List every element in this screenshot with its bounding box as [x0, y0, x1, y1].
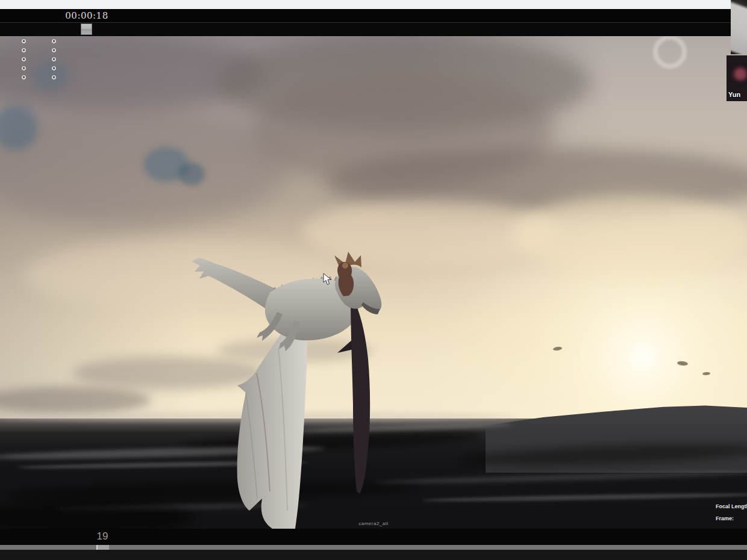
dot-marker — [22, 39, 26, 43]
ring-watermark-icon — [653, 36, 687, 69]
blue-sky-patch — [178, 163, 205, 185]
hud-focal-length-label: Focal Length — [716, 503, 747, 509]
timecode-bar: 00:00:18 — [0, 9, 731, 22]
participant-video-tile[interactable] — [731, 0, 747, 54]
participant-video-tile[interactable]: Yun — [727, 55, 747, 101]
cloud — [512, 196, 747, 274]
dot-marker — [22, 75, 26, 79]
dot-marker — [52, 57, 56, 61]
timeline-track[interactable] — [0, 545, 747, 550]
current-frame-number: 19 — [90, 530, 114, 543]
dot-marker — [22, 57, 26, 61]
dot-marker — [22, 48, 26, 52]
blue-sky-patch — [31, 60, 70, 92]
dot-marker — [22, 66, 26, 70]
dot-marker — [52, 39, 56, 43]
timecode-label: 00:00:18 — [64, 10, 110, 21]
dot-marker — [52, 75, 56, 79]
top-strip — [0, 0, 731, 9]
dot-marker — [52, 66, 56, 70]
playhead-handle[interactable] — [96, 545, 109, 550]
cursor-icon — [323, 273, 333, 286]
3d-viewport[interactable]: camera2_alt Focal Length Frame: — [0, 36, 747, 529]
bottom-filler — [0, 550, 747, 560]
dot-marker — [52, 48, 56, 52]
frame-bar: 19 — [0, 529, 747, 545]
scrub-bar[interactable] — [0, 22, 731, 36]
dragon-model[interactable] — [181, 246, 434, 529]
participant-name: Yun — [728, 91, 740, 98]
screen: 00:00:18 — [0, 0, 747, 560]
hud-frame-label: Frame: — [716, 515, 734, 521]
scrubber-handle-icon[interactable] — [81, 23, 92, 35]
camera-label: camera2_alt — [337, 521, 410, 526]
participant-video-content — [731, 66, 747, 82]
